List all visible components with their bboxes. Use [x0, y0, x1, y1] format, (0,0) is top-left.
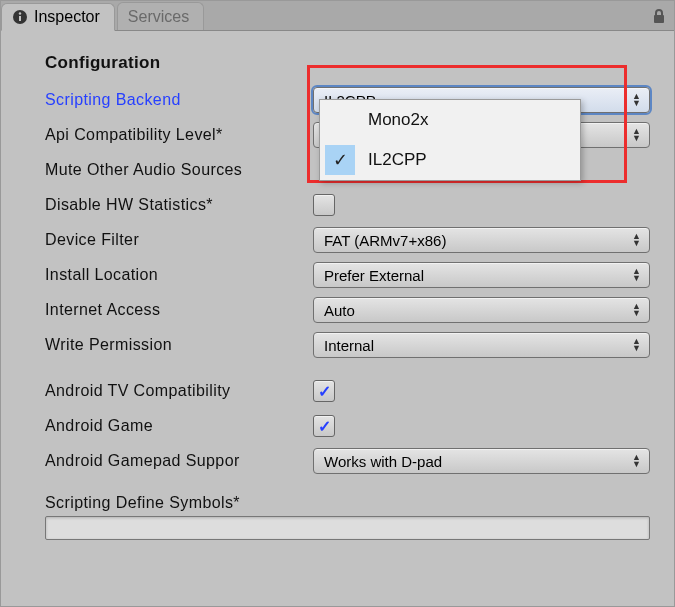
dropdown-write-permission-value: Internal: [324, 337, 374, 354]
tab-inspector[interactable]: Inspector: [1, 3, 115, 31]
label-install-location: Install Location: [45, 266, 313, 284]
dropdown-internet-access[interactable]: Auto ▲▼: [313, 297, 650, 323]
info-icon: [12, 9, 28, 25]
dropdown-install-location-value: Prefer External: [324, 267, 424, 284]
row-internet-access: Internet Access Auto ▲▼: [45, 297, 650, 323]
inspector-window: Inspector Services Configuration Scripti…: [0, 0, 675, 607]
lock-icon[interactable]: [652, 1, 674, 30]
dropdown-device-filter-value: FAT (ARMv7+x86): [324, 232, 446, 249]
label-android-tv: Android TV Compatibility: [45, 382, 313, 400]
popup-item-il2cpp[interactable]: ✓ IL2CPP: [320, 140, 580, 180]
popup-item-mono2x-label: Mono2x: [360, 110, 428, 130]
row-gamepad-support: Android Gamepad Suppor Works with D-pad …: [45, 448, 650, 474]
updown-arrows-icon: ▲▼: [632, 303, 641, 317]
updown-arrows-icon: ▲▼: [632, 128, 641, 142]
label-mute-audio: Mute Other Audio Sources: [45, 161, 313, 179]
svg-rect-3: [654, 15, 664, 23]
row-android-tv: Android TV Compatibility: [45, 378, 650, 404]
checkbox-android-tv[interactable]: [313, 380, 335, 402]
svg-point-1: [19, 12, 21, 14]
updown-arrows-icon: ▲▼: [632, 454, 641, 468]
updown-arrows-icon: ▲▼: [632, 233, 641, 247]
label-write-permission: Write Permission: [45, 336, 313, 354]
popup-item-il2cpp-label: IL2CPP: [360, 150, 427, 170]
dropdown-gamepad-support-value: Works with D-pad: [324, 453, 442, 470]
dropdown-internet-access-value: Auto: [324, 302, 355, 319]
check-icon: ✓: [320, 140, 360, 180]
popup-scripting-backend: Mono2x ✓ IL2CPP: [319, 99, 581, 181]
label-api-compat: Api Compatibility Level*: [45, 126, 313, 144]
label-define-symbols: Scripting Define Symbols*: [45, 494, 650, 512]
popup-check-empty: [320, 100, 360, 140]
svg-rect-2: [19, 16, 21, 21]
tab-inspector-label: Inspector: [34, 8, 100, 26]
row-write-permission: Write Permission Internal ▲▼: [45, 332, 650, 358]
row-define-symbols: Scripting Define Symbols*: [45, 494, 650, 540]
dropdown-gamepad-support[interactable]: Works with D-pad ▲▼: [313, 448, 650, 474]
label-internet-access: Internet Access: [45, 301, 313, 319]
checkbox-android-game[interactable]: [313, 415, 335, 437]
popup-item-mono2x[interactable]: Mono2x: [320, 100, 580, 140]
row-device-filter: Device Filter FAT (ARMv7+x86) ▲▼: [45, 227, 650, 253]
row-install-location: Install Location Prefer External ▲▼: [45, 262, 650, 288]
input-define-symbols[interactable]: [45, 516, 650, 540]
row-disable-hw: Disable HW Statistics*: [45, 192, 650, 218]
label-disable-hw: Disable HW Statistics*: [45, 196, 313, 214]
label-scripting-backend: Scripting Backend: [45, 91, 313, 109]
section-title: Configuration: [45, 53, 650, 73]
tab-services-label: Services: [128, 8, 189, 26]
dropdown-device-filter[interactable]: FAT (ARMv7+x86) ▲▼: [313, 227, 650, 253]
updown-arrows-icon: ▲▼: [632, 268, 641, 282]
configuration-panel: Configuration Scripting Backend IL2CPP ▲…: [1, 31, 674, 565]
updown-arrows-icon: ▲▼: [632, 93, 641, 107]
row-android-game: Android Game: [45, 413, 650, 439]
label-android-game: Android Game: [45, 417, 313, 435]
checkbox-disable-hw[interactable]: [313, 194, 335, 216]
tab-bar: Inspector Services: [1, 1, 674, 31]
tab-services[interactable]: Services: [117, 2, 204, 30]
label-gamepad-support: Android Gamepad Suppor: [45, 452, 313, 470]
label-device-filter: Device Filter: [45, 231, 313, 249]
dropdown-write-permission[interactable]: Internal ▲▼: [313, 332, 650, 358]
updown-arrows-icon: ▲▼: [632, 338, 641, 352]
dropdown-install-location[interactable]: Prefer External ▲▼: [313, 262, 650, 288]
